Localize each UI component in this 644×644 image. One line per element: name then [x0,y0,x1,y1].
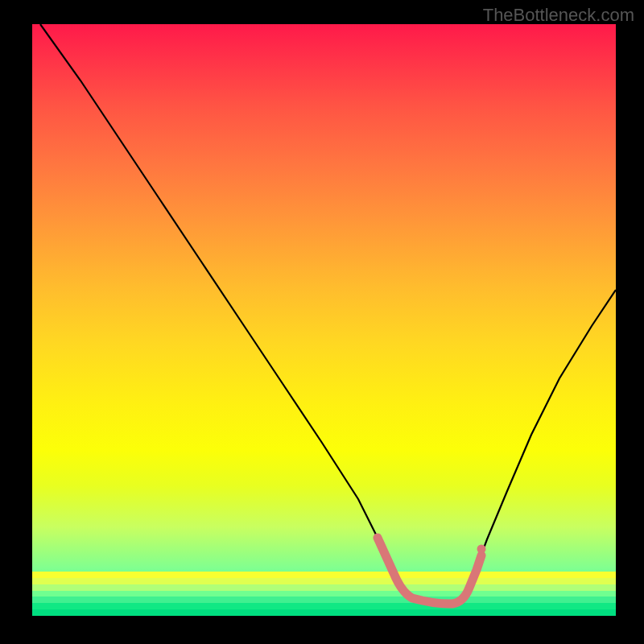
watermark-text: TheBottleneck.com [483,5,634,26]
chart-background-gradient [32,24,616,616]
chart-bottom-stripes [32,572,616,616]
